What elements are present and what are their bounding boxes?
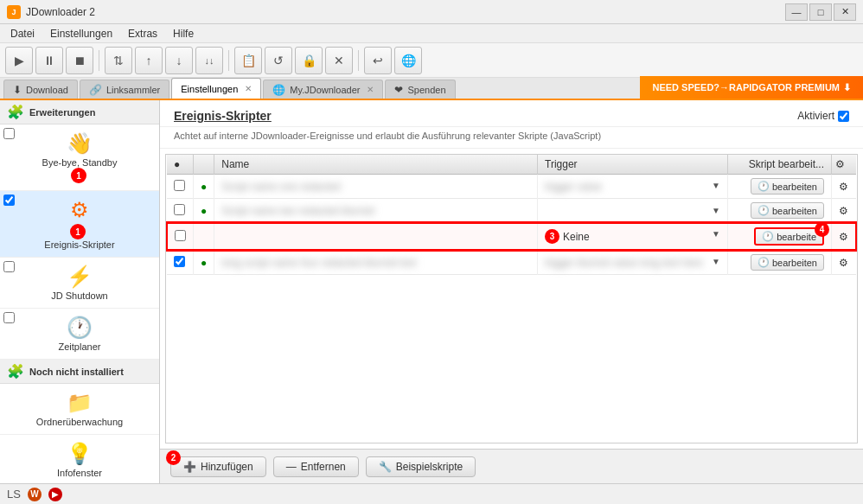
zeitplaner-checkbox[interactable]	[3, 312, 15, 323]
tab-spenden[interactable]: ❤ Spenden	[385, 80, 455, 99]
th-name[interactable]: Name	[214, 155, 538, 175]
row4-checkbox[interactable]	[174, 256, 185, 267]
erweiterungen-icon: 🧩	[7, 104, 24, 120]
byebye-badge: 1	[71, 168, 86, 183]
tab-einstellungen[interactable]: Einstellungen ✕	[171, 78, 261, 99]
row3-bearbeiten-label: bearbeite	[777, 232, 816, 242]
w-icon: W	[28, 488, 42, 501]
row1-check[interactable]	[167, 175, 194, 199]
row3-keine-text: Keine	[563, 231, 590, 243]
byebye-checkbox[interactable]	[3, 128, 15, 139]
lock-button[interactable]: 🔒	[295, 47, 323, 74]
row3-gear[interactable]: ⚙	[832, 223, 857, 250]
menu-extras[interactable]: Extras	[121, 26, 164, 41]
move-updown-button[interactable]: ⇅	[105, 47, 132, 74]
row2-gear-icon[interactable]: ⚙	[839, 205, 848, 217]
sidebar-item-info[interactable]: 💡 Infofenster	[0, 435, 159, 483]
sidebar-item-ordner[interactable]: 📁 Ordnerüberwachung	[0, 384, 159, 435]
app-title: JDownloader 2	[26, 6, 95, 18]
entfernen-button[interactable]: — Entfernen	[273, 456, 359, 477]
th-skript-label: Skript bearbeit...	[749, 158, 824, 170]
hinzufugen-button[interactable]: 2 ➕ Hinzufügen	[170, 456, 266, 477]
row4-bearbeiten-label: bearbeiten	[772, 258, 817, 268]
download-tab-icon: ⬇	[13, 84, 22, 96]
sidebar-item-shutdown[interactable]: ⚡ JD Shutdown	[0, 258, 159, 309]
pause-button[interactable]: ⏸	[35, 47, 63, 74]
aktiviert-checkbox[interactable]	[838, 111, 849, 122]
tab-einstellungen-close[interactable]: ✕	[245, 84, 252, 93]
refresh-button[interactable]: ↺	[265, 47, 292, 74]
row3-gear-icon[interactable]: ⚙	[839, 231, 848, 243]
row2-dropdown-icon[interactable]: ▼	[712, 206, 720, 215]
row4-dropdown-icon[interactable]: ▼	[712, 257, 720, 266]
row4-gear-icon[interactable]: ⚙	[839, 257, 848, 269]
row2-check[interactable]	[167, 199, 194, 224]
separator-2	[228, 50, 229, 71]
row3-checkbox[interactable]	[175, 230, 186, 241]
move-bottom-button[interactable]: ↓↓	[195, 47, 223, 74]
menu-bar: Datei Einstellungen Extras Hilfe	[0, 24, 863, 43]
sidebar-item-zeitplaner[interactable]: 🕐 Zeitplaner	[0, 309, 159, 360]
status-bar: LS W ▶	[0, 483, 863, 504]
menu-einstellungen[interactable]: Einstellungen	[43, 26, 119, 41]
tab-linksammler[interactable]: 🔗 Linksammler	[80, 80, 169, 99]
row4-check[interactable]	[167, 250, 194, 275]
zeitplaner-label: Zeitplaner	[59, 341, 101, 352]
stop-button[interactable]: ⏹	[66, 47, 93, 74]
remove-button[interactable]: ✕	[325, 47, 353, 74]
ereignis-icon-badge: 1	[70, 224, 86, 239]
play-button[interactable]: ▶	[5, 47, 33, 74]
promo-arrow-icon: ⬇	[843, 82, 851, 93]
row2-trigger: ▼	[538, 199, 728, 224]
sidebar-section-not-installed: 🧩 Noch nicht installiert	[0, 360, 159, 384]
row3-dropdown-icon[interactable]: ▼	[712, 229, 720, 239]
separator-1	[99, 50, 99, 71]
row3-name	[214, 223, 538, 250]
minimize-button[interactable]: —	[785, 3, 808, 21]
tab-myjdownloader[interactable]: 🌐 My.JDownloader ✕	[263, 80, 383, 99]
row1-checkbox[interactable]	[174, 180, 185, 191]
row1-gear-icon[interactable]: ⚙	[839, 181, 848, 193]
row3-bearbeiten-button[interactable]: 🕐 bearbeite 4	[754, 227, 824, 246]
tab-myjdownloader-close[interactable]: ✕	[367, 85, 374, 94]
row4-name: long script name four redacted blurred t…	[214, 250, 538, 275]
clipboard-button[interactable]: 📋	[234, 47, 262, 74]
row4-bearbeiten-button[interactable]: 🕐 bearbeiten	[751, 254, 824, 271]
move-down-button[interactable]: ↓	[165, 47, 193, 74]
beispiel-button[interactable]: 🔧 Beispielskripte	[366, 456, 476, 477]
th-trigger[interactable]: Trigger	[538, 155, 728, 175]
row2-gear[interactable]: ⚙	[832, 199, 857, 224]
shutdown-checkbox[interactable]	[3, 261, 15, 272]
move-up-button[interactable]: ↑	[135, 47, 163, 74]
menu-datei[interactable]: Datei	[3, 26, 42, 41]
myjd-tab-icon: 🌐	[272, 84, 285, 96]
menu-hilfe[interactable]: Hilfe	[166, 26, 201, 41]
close-button[interactable]: ✕	[834, 3, 856, 21]
row1-name: Script name one redacted	[214, 175, 538, 199]
row3-status	[194, 223, 214, 250]
tab-download[interactable]: ⬇ Download	[3, 80, 78, 99]
toolbar: ▶ ⏸ ⏹ ⇅ ↑ ↓ ↓↓ 📋 ↺ 🔒 ✕ ↩ 🌐	[0, 43, 863, 78]
row2-bearbeiten-button[interactable]: 🕐 bearbeiten	[751, 202, 824, 219]
maximize-button[interactable]: □	[809, 3, 832, 21]
row1-gear[interactable]: ⚙	[832, 175, 857, 199]
sidebar-item-byebye[interactable]: 👋 Bye-bye, Standby 1	[0, 124, 159, 191]
row2-checkbox[interactable]	[174, 204, 185, 215]
row4-gear[interactable]: ⚙	[832, 250, 857, 275]
th-gear[interactable]: ⚙	[832, 155, 857, 175]
row1-bearbeiten-button[interactable]: 🕐 bearbeiten	[751, 178, 824, 195]
row3-check[interactable]	[167, 223, 194, 250]
th-skript[interactable]: Skript bearbeit...	[728, 155, 832, 175]
promo-banner[interactable]: NEED SPEED?→RAPIDGATOR PREMIUM ⬇	[640, 76, 863, 99]
row1-dropdown-icon[interactable]: ▼	[712, 181, 720, 190]
badge-2: 2	[166, 450, 181, 465]
ereignis-checkbox[interactable]	[3, 195, 15, 206]
aktiviert-label: Aktiviert	[797, 110, 834, 122]
beispiel-icon: 🔧	[379, 461, 392, 473]
window-controls[interactable]: — □ ✕	[785, 3, 856, 21]
content-area: Ereignis-Skripter Aktiviert Achtet auf i…	[160, 100, 863, 483]
ereignis-icon-wrapper: ⚙ 1	[70, 198, 89, 239]
sidebar-item-ereignis[interactable]: ⚙ 1 Ereignis-Skripter	[0, 191, 159, 258]
reconnect-button[interactable]: ↩	[364, 47, 392, 74]
globe-button[interactable]: 🌐	[394, 47, 422, 74]
